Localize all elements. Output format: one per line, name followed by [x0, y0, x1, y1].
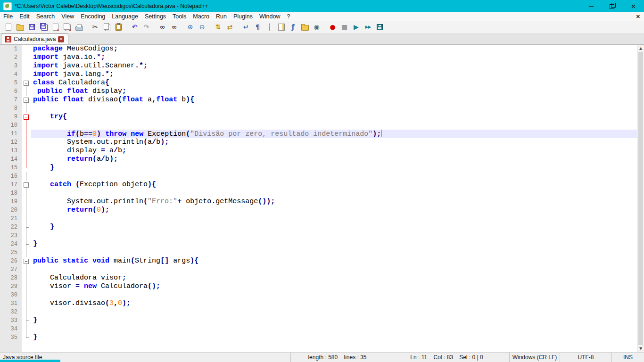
status-encoding[interactable]: UTF-8 — [560, 353, 611, 362]
monitoring-eye-icon[interactable]: ◉ — [311, 22, 322, 32]
code-text[interactable] — [31, 325, 644, 333]
document-map-icon[interactable] — [276, 22, 287, 32]
run-macro-multiple-icon[interactable]: ▶▶ — [363, 22, 373, 32]
undo-icon[interactable]: ↶ — [129, 22, 140, 32]
code-text[interactable]: return(0); — [31, 206, 644, 214]
menu-tools[interactable]: Tools — [169, 13, 190, 20]
line-number[interactable]: 15 — [0, 164, 22, 172]
line-number[interactable]: 10 — [0, 121, 22, 130]
line-number[interactable]: 32 — [0, 308, 22, 316]
code-text[interactable]: } — [31, 164, 644, 172]
code-text[interactable] — [31, 172, 644, 181]
fold-toggle-icon[interactable] — [22, 257, 31, 265]
scroll-up-icon[interactable]: ▲ — [637, 45, 644, 52]
code-text[interactable]: visor.divisao(3,0); — [31, 299, 644, 308]
line-number[interactable]: 1 — [0, 45, 22, 53]
tab-calculadora-java[interactable]: Calculadora.java ✕ — [1, 33, 68, 44]
code-text[interactable]: public static void main(String[] args){ — [31, 257, 644, 265]
line-number[interactable]: 7 — [0, 96, 22, 104]
code-text[interactable] — [31, 265, 644, 274]
menu-plugins[interactable]: Plugins — [230, 13, 256, 20]
line-number[interactable]: 6 — [0, 87, 22, 96]
save-macro-icon[interactable] — [374, 22, 385, 32]
close-all-docs-icon[interactable] — [62, 22, 73, 32]
code-text[interactable] — [31, 342, 644, 352]
menubar-close-icon[interactable]: ✕ — [636, 14, 640, 20]
code-text[interactable]: System.out.println(a/b); — [31, 138, 644, 147]
line-number[interactable]: 4 — [0, 70, 22, 79]
line-number[interactable]: 9 — [0, 113, 22, 121]
line-number[interactable]: 30 — [0, 291, 22, 299]
code-text[interactable] — [31, 231, 644, 240]
fold-toggle-icon[interactable] — [22, 113, 31, 121]
find-icon[interactable]: ∞ — [157, 22, 168, 32]
line-number[interactable]: 3 — [0, 62, 22, 70]
line-number[interactable]: 12 — [0, 138, 22, 147]
fold-toggle-icon[interactable] — [22, 96, 31, 104]
record-macro-icon[interactable]: ● — [327, 22, 338, 32]
stop-macro-icon[interactable]: ■ — [339, 22, 350, 32]
print-icon[interactable] — [74, 22, 84, 32]
replace-icon[interactable]: ∞ — [169, 22, 180, 32]
code-text[interactable]: return(a/b); — [31, 155, 644, 164]
code-text[interactable]: if(b==0) throw new Exception("Divisão po… — [31, 130, 644, 138]
sync-vertical-scroll-icon[interactable]: ⇅ — [213, 22, 223, 32]
menu-language[interactable]: Language — [108, 13, 141, 20]
code-text[interactable]: display = a/b; — [31, 147, 644, 155]
code-text[interactable]: try{ — [31, 113, 644, 121]
code-text[interactable]: System.out.println("Erro:"+ objeto.getMe… — [31, 197, 644, 206]
line-number[interactable]: 23 — [0, 231, 22, 240]
line-number[interactable]: 16 — [0, 172, 22, 181]
code-text[interactable]: visor = new Calculadora(); — [31, 282, 644, 291]
code-text[interactable]: class Calculadora{ — [31, 79, 644, 87]
code-text[interactable] — [31, 189, 644, 197]
line-number[interactable]: 29 — [0, 282, 22, 291]
code-text[interactable]: Calculadora visor; — [31, 274, 644, 282]
minimize-button[interactable] — [580, 0, 602, 12]
cut-icon[interactable]: ✂ — [90, 22, 100, 32]
status-typing-mode[interactable]: INS — [611, 353, 644, 362]
menu-encoding[interactable]: Encoding — [77, 13, 108, 20]
folder-as-workspace-icon[interactable] — [299, 22, 310, 32]
code-text[interactable] — [31, 291, 644, 299]
line-number[interactable]: 18 — [0, 189, 22, 197]
line-number[interactable]: 8 — [0, 104, 22, 113]
scroll-down-icon[interactable]: ▼ — [637, 345, 644, 352]
code-text[interactable]: package MeusCodigos; — [31, 45, 644, 53]
line-number[interactable]: 26 — [0, 257, 22, 265]
code-text[interactable]: import java.util.Scanner.*; — [31, 62, 644, 70]
line-number[interactable]: 21 — [0, 214, 22, 223]
menu-edit[interactable]: Edit — [16, 13, 33, 20]
line-number[interactable]: 11 — [0, 130, 22, 138]
line-number[interactable]: 25 — [0, 248, 22, 257]
save-icon[interactable] — [26, 22, 37, 32]
menu-search[interactable]: Search — [33, 13, 58, 20]
scrollbar-thumb[interactable] — [638, 52, 643, 345]
fold-toggle-icon[interactable] — [22, 181, 31, 189]
close-doc-icon[interactable] — [50, 22, 61, 32]
code-text[interactable]: import java.io.*; — [31, 53, 644, 62]
paste-icon[interactable] — [113, 22, 124, 32]
fold-toggle-icon[interactable] — [22, 79, 31, 87]
open-folder-icon[interactable] — [15, 22, 25, 32]
line-number[interactable]: 35 — [0, 333, 22, 342]
code-text[interactable]: catch (Exception objeto){ — [31, 181, 644, 189]
code-text[interactable]: import java.lang.*; — [31, 70, 644, 79]
line-number[interactable]: 22 — [0, 223, 22, 231]
line-number[interactable]: 24 — [0, 240, 22, 248]
menu-file[interactable]: File — [0, 13, 16, 20]
code-text[interactable]: } — [31, 316, 644, 325]
line-number[interactable]: 31 — [0, 299, 22, 308]
code-text[interactable]: public float display; — [31, 87, 644, 96]
line-number[interactable]: 2 — [0, 53, 22, 62]
menu-run[interactable]: Run — [213, 13, 230, 20]
function-list-icon[interactable]: ƒ — [288, 22, 298, 32]
save-all-icon[interactable] — [38, 22, 49, 32]
vertical-scrollbar[interactable]: ▲ ▼ — [637, 45, 644, 352]
new-file-icon[interactable] — [3, 22, 14, 32]
word-wrap-icon[interactable]: ↵ — [240, 22, 251, 32]
menu-settings[interactable]: Settings — [141, 13, 169, 20]
menu-macro[interactable]: Macro — [190, 13, 213, 20]
show-all-characters-icon[interactable]: ¶ — [252, 22, 263, 32]
zoom-out-icon[interactable]: ⊖ — [197, 22, 207, 32]
